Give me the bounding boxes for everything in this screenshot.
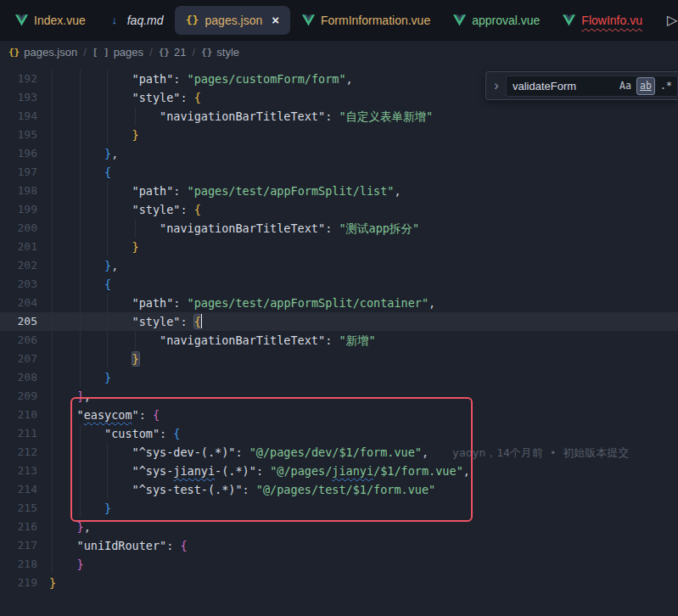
line-number[interactable]: 215 — [0, 499, 39, 518]
indent-whitespace — [49, 464, 132, 478]
code-line[interactable]: 213 "^sys-jianyi-(.*)": "@/pages/jianyi/… — [0, 462, 678, 480]
line-number[interactable]: 204 — [0, 294, 39, 312]
line-number[interactable]: 202 — [0, 256, 39, 275]
line-number[interactable]: 210 — [0, 406, 39, 424]
code-text: } — [49, 368, 111, 387]
tab-forminformation-vue[interactable]: FormInformation.vue — [290, 6, 441, 35]
code-line[interactable]: 204 "path": "pages/test/appFormSplit/con… — [0, 294, 678, 312]
code-line[interactable]: 210 "easycom": { — [0, 406, 678, 424]
code-line[interactable]: 201 } — [0, 238, 678, 256]
indent-guide — [52, 331, 53, 350]
code-line[interactable]: 206 "navigationBarTitleText": "新增" — [0, 331, 678, 350]
line-number[interactable]: 214 — [0, 480, 39, 499]
breadcrumb-item-pages[interactable]: [ ]pages — [92, 46, 143, 59]
tab-label: approval.vue — [472, 14, 540, 27]
code-token: { — [153, 408, 160, 422]
tab-pages-json[interactable]: {}pages.json× — [175, 6, 290, 35]
find-input[interactable] — [513, 80, 614, 92]
code-text: } — [49, 238, 139, 256]
code-line[interactable]: 194 "navigationBarTitleText": "自定义表单新增" — [0, 107, 678, 126]
line-number[interactable]: 196 — [0, 144, 39, 163]
code-line[interactable]: 205 "style": { — [0, 312, 678, 331]
code-line[interactable]: 208 } — [0, 368, 678, 387]
whole-word-toggle[interactable]: ab — [636, 77, 655, 95]
code-token: : — [180, 203, 193, 216]
code-line[interactable]: 207 } — [0, 350, 678, 368]
indent-guide — [107, 294, 108, 312]
close-icon[interactable]: × — [272, 13, 279, 27]
code-line[interactable]: 196 }, — [0, 144, 678, 163]
indent-guide — [52, 88, 53, 107]
code-line[interactable]: 212 "^sys-dev-(.*)": "@/pages/dev/$1/for… — [0, 443, 678, 462]
tab-faq-md[interactable]: ↓faq.md — [97, 6, 175, 35]
run-button[interactable]: ▷ — [667, 12, 678, 28]
code-line[interactable]: 218 } — [0, 555, 678, 574]
indent-guide — [135, 107, 136, 126]
line-number[interactable]: 208 — [0, 368, 39, 387]
line-number[interactable]: 209 — [0, 387, 39, 406]
line-number[interactable]: 198 — [0, 182, 39, 200]
regex-toggle[interactable]: .* — [657, 77, 675, 95]
match-case-toggle[interactable]: Aa — [616, 77, 635, 95]
line-number[interactable]: 203 — [0, 275, 39, 294]
line-number[interactable]: 207 — [0, 350, 39, 368]
code-line[interactable]: 219} — [0, 574, 678, 592]
code-line[interactable]: 199 "style": { — [0, 200, 678, 219]
line-number[interactable]: 199 — [0, 200, 39, 219]
code-line[interactable]: 215 } — [0, 499, 678, 518]
code-token: } — [49, 576, 56, 590]
tab-flowinfo-vu[interactable]: FlowInfo.vu — [551, 6, 653, 35]
line-number[interactable]: 200 — [0, 219, 39, 238]
line-number[interactable]: 213 — [0, 462, 39, 480]
line-number[interactable]: 201 — [0, 238, 39, 256]
indent-guide — [80, 256, 81, 275]
line-number[interactable]: 218 — [0, 555, 39, 574]
indent-whitespace — [49, 147, 104, 160]
code-token: : — [173, 72, 187, 86]
code-token: , — [84, 389, 91, 403]
code-line[interactable]: 209 ], — [0, 387, 678, 406]
indent-whitespace — [49, 203, 132, 216]
indent-guide — [52, 424, 53, 443]
breadcrumb-item-21[interactable]: {}21 — [159, 46, 187, 59]
code-line[interactable]: 195 } — [0, 126, 678, 144]
tab-approval-vue[interactable]: approval.vue — [441, 6, 551, 35]
code-editor[interactable]: 192 "path": "pages/customForm/form",193 … — [0, 64, 678, 616]
line-number[interactable]: 211 — [0, 424, 39, 443]
code-token: "style" — [132, 91, 181, 104]
line-number[interactable]: 212 — [0, 443, 39, 462]
line-number[interactable]: 219 — [0, 574, 39, 592]
line-number[interactable]: 193 — [0, 88, 39, 107]
indent-whitespace — [49, 165, 104, 179]
indent-guide — [52, 518, 53, 536]
code-line[interactable]: 217 "uniIdRouter": { — [0, 536, 678, 555]
code-line[interactable]: 197 { — [0, 163, 678, 182]
line-number[interactable]: 217 — [0, 536, 39, 555]
line-number[interactable]: 206 — [0, 331, 39, 350]
vue-icon — [301, 14, 315, 26]
line-number[interactable]: 205 — [0, 312, 39, 331]
line-number[interactable]: 195 — [0, 126, 39, 144]
code-line[interactable]: 216 }, — [0, 518, 678, 536]
tab-index-vue[interactable]: Index.vue — [3, 6, 97, 35]
code-line[interactable]: 211 "custom": { — [0, 424, 678, 443]
code-area: 192 "path": "pages/customForm/form",193 … — [0, 70, 678, 592]
line-number[interactable]: 216 — [0, 518, 39, 536]
line-number[interactable]: 192 — [0, 70, 39, 88]
code-text: }, — [49, 256, 118, 275]
code-line[interactable]: 202 }, — [0, 256, 678, 275]
code-line[interactable]: 203 { — [0, 275, 678, 294]
breadcrumb-item-style[interactable]: {}style — [201, 46, 239, 59]
code-line[interactable]: 198 "path": "pages/test/appFormSplit/lis… — [0, 182, 678, 200]
code-line[interactable]: 200 "navigationBarTitleText": "测试app拆分" — [0, 219, 678, 238]
find-widget: › Aa ab .* — [485, 71, 678, 100]
code-token: : — [180, 91, 193, 104]
breadcrumb-item-pages-json[interactable]: {}pages.json — [8, 46, 77, 59]
line-number[interactable]: 197 — [0, 163, 39, 182]
line-number[interactable]: 194 — [0, 107, 39, 126]
find-expand-chevron-icon[interactable]: › — [490, 78, 502, 93]
code-token: } — [104, 147, 111, 160]
code-line[interactable]: 214 "^sys-test-(.*)": "@/pages/test/$1/f… — [0, 480, 678, 499]
indent-guide — [52, 406, 53, 424]
code-token: : — [173, 296, 187, 310]
